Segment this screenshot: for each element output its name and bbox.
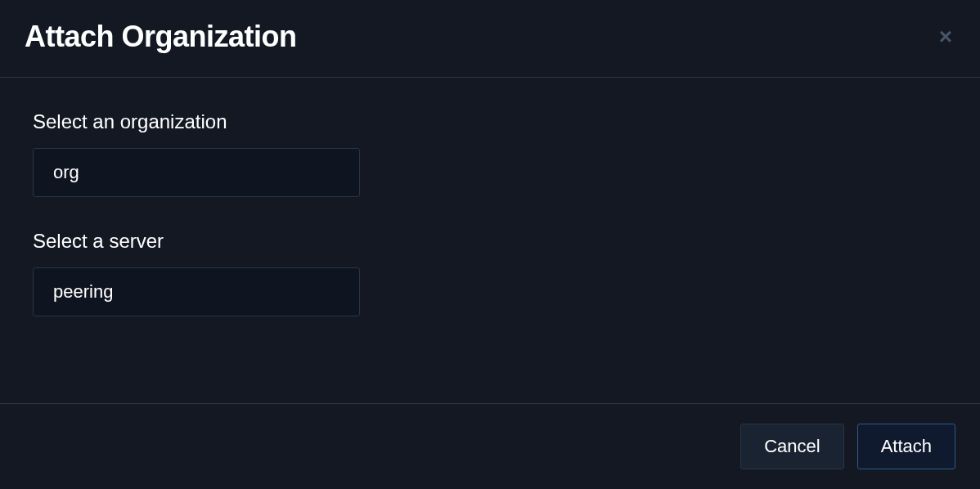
server-select[interactable]: peering xyxy=(33,267,360,316)
modal-body: Select an organization org Select a serv… xyxy=(0,78,980,403)
modal-footer: Cancel Attach xyxy=(0,403,980,489)
modal-header: Attach Organization × xyxy=(0,0,980,78)
close-icon[interactable]: × xyxy=(936,22,955,52)
attach-organization-modal: Attach Organization × Select an organiza… xyxy=(0,0,980,489)
server-label: Select a server xyxy=(33,230,947,253)
organization-select[interactable]: org xyxy=(33,148,360,197)
cancel-button[interactable]: Cancel xyxy=(740,424,843,469)
organization-label: Select an organization xyxy=(33,110,947,133)
organization-form-group: Select an organization org xyxy=(33,110,947,197)
modal-title: Attach Organization xyxy=(25,20,297,54)
attach-button[interactable]: Attach xyxy=(857,424,955,469)
server-form-group: Select a server peering xyxy=(33,230,947,316)
